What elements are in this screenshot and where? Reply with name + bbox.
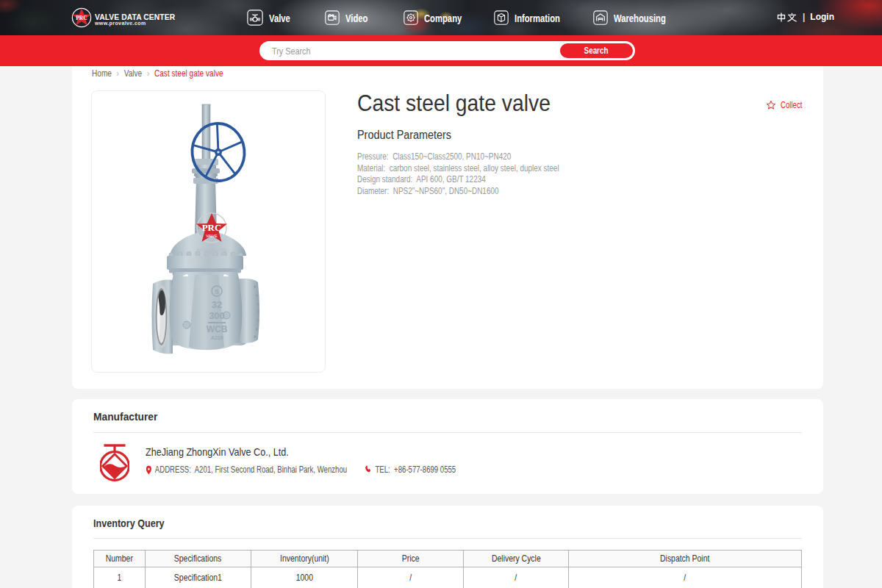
svg-text:S: S: [215, 288, 219, 295]
svg-text:WCB: WCB: [207, 324, 228, 334]
svg-text:VALVE: VALVE: [206, 234, 218, 238]
svg-text:PRC: PRC: [202, 222, 222, 233]
svg-text:300: 300: [209, 310, 225, 321]
svg-text:prcvalve.com: prcvalve.com: [196, 247, 226, 253]
svg-text:32: 32: [212, 299, 222, 310]
svg-text:A216: A216: [211, 335, 223, 340]
svg-text:PRC: PRC: [76, 15, 87, 21]
